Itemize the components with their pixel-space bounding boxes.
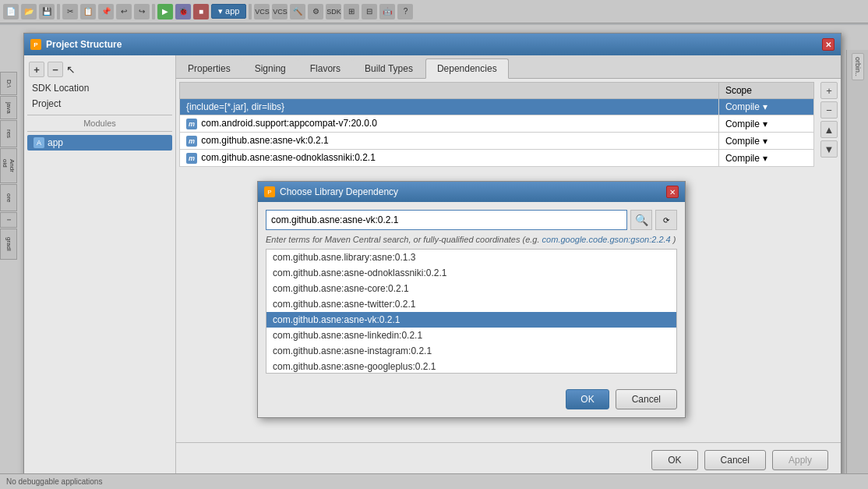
list-item-4[interactable]: com.github.asne:asne-vk:0.2.1 [266, 312, 676, 328]
lib-search-hint: Enter terms for Maven Central search, or… [266, 235, 677, 244]
table-row[interactable]: m com.android.support:appcompat-v7:20.0.… [180, 115, 814, 133]
cancel-button[interactable]: Cancel [704, 450, 766, 470]
side-label-android[interactable]: Android [0, 148, 17, 183]
add-dep-button[interactable]: + [820, 82, 838, 99]
separator2 [152, 4, 155, 19]
titlebar-left: P Project Structure [30, 39, 122, 50]
dep-scope-cell-3: Compile ▾ [718, 150, 813, 167]
toolbar-icon-paste[interactable]: 📌 [98, 4, 114, 19]
app-selector[interactable]: ▾ app [211, 4, 246, 19]
side-labels-container: D:\ java res Android ore l gradl [0, 72, 17, 260]
sdk-label: SDK Location [32, 83, 89, 94]
side-label-0[interactable]: D:\ [0, 72, 17, 95]
close-button[interactable]: ✕ [822, 38, 834, 51]
lib-search-button[interactable]: 🔍 [630, 210, 652, 230]
apply-button[interactable]: Apply [772, 450, 828, 470]
ok-button[interactable]: OK [651, 450, 697, 470]
right-panel-tab[interactable]: orbin.. [852, 53, 864, 80]
dep-name-cell-2: m com.github.asne:asne-vk:0.2.1 [180, 133, 719, 150]
app-module-label: app [48, 137, 63, 148]
toolbar-icon-vcs1[interactable]: VCS [254, 4, 270, 19]
list-item-1[interactable]: com.github.asne:asne-odnoklassniki:0.2.1 [266, 265, 676, 281]
cursor-indicator: ↖ [66, 62, 76, 77]
remove-dep-button[interactable]: − [820, 101, 838, 119]
toolbar-icon-vcs2[interactable]: VCS [272, 4, 288, 19]
tab-dependencies[interactable]: Dependencies [425, 58, 509, 79]
list-item-7[interactable]: com.github.asne:asne-googleplus:0.2.1 [266, 359, 676, 374]
project-label: Project [32, 98, 61, 109]
toolbar-icon-undo[interactable]: ↩ [116, 4, 132, 19]
list-item-5[interactable]: com.github.asne:asne-linkedin:0.2.1 [266, 328, 676, 343]
toolbar-icon-open[interactable]: 📂 [21, 4, 37, 19]
scope-value-3: Compile [725, 153, 760, 164]
maven-icon-1: m [186, 119, 197, 129]
sidebar-item-project[interactable]: Project [27, 96, 172, 112]
lib-results-list[interactable]: com.github.asne.library:asne:0.1.3 com.g… [266, 249, 677, 374]
toolbar-icon-cut[interactable]: ✂ [62, 4, 78, 19]
lib-search-input[interactable] [266, 210, 627, 230]
scope-dropdown-icon-1[interactable]: ▾ [763, 119, 767, 129]
list-item-3[interactable]: com.github.asne:asne-twitter:0.2.1 [266, 296, 676, 312]
table-row[interactable]: m com.github.asne:asne-odnoklassniki:0.2… [180, 150, 814, 167]
lib-spinner-button[interactable]: ⟳ [655, 210, 677, 230]
toolbar-icon-stop[interactable]: ■ [193, 4, 209, 19]
scope-dropdown-icon-3[interactable]: ▾ [763, 153, 767, 164]
toolbar-icon-grid[interactable]: ⊞ [344, 4, 359, 19]
scope-cell-2: Compile ▾ [725, 136, 807, 147]
toolbar-icon-redo[interactable]: ↪ [134, 4, 150, 19]
toolbar-icon-save[interactable]: 💾 [39, 4, 55, 19]
separator3 [249, 4, 252, 19]
hint-main: Enter terms for Maven Central search, or… [266, 235, 540, 244]
toolbar-icon-run[interactable]: ▶ [157, 4, 173, 19]
sidebar-item-sdk[interactable]: SDK Location [27, 80, 172, 96]
scope-dropdown-icon-0[interactable]: ▾ [763, 101, 767, 112]
side-label-gradle[interactable]: gradl [0, 229, 17, 260]
toolbar-icon-settings[interactable]: ⚙ [308, 4, 323, 19]
toolbar-icon-copy[interactable]: 📋 [80, 4, 96, 19]
list-item-6[interactable]: com.github.asne:asne-instagram:0.2.1 [266, 343, 676, 359]
list-item-0[interactable]: com.github.asne.library:asne:0.1.3 [266, 250, 676, 265]
ide-toolbar: 📄 📂 💾 ✂ 📋 📌 ↩ ↪ ▶ 🐞 ■ ▾ app VCS VCS 🔨 ⚙ … [0, 0, 868, 23]
tab-flavors[interactable]: Flavors [298, 58, 352, 78]
tab-build-types[interactable]: Build Types [353, 58, 425, 78]
maven-icon-3: m [186, 153, 197, 164]
toolbar-icon-android[interactable]: 🤖 [379, 4, 395, 19]
remove-module-button[interactable]: − [48, 62, 63, 77]
lib-title-icon: P [264, 186, 275, 197]
table-row[interactable]: {include=[*.jar], dir=libs} Compile ▾ [180, 99, 814, 115]
scope-value-2: Compile [725, 136, 760, 147]
hint-suffix: ) [673, 235, 676, 244]
toolbar-icon-debug[interactable]: 🐞 [175, 4, 191, 19]
toolbar-icon-layout[interactable]: ⊟ [362, 4, 377, 19]
side-label-res[interactable]: res [0, 120, 17, 147]
tab-signing[interactable]: Signing [243, 58, 298, 78]
side-label-l[interactable]: l [0, 212, 17, 228]
tab-properties[interactable]: Properties [176, 58, 242, 78]
lib-ok-button[interactable]: OK [566, 389, 609, 409]
lib-dialog-title: Choose Library Dependency [280, 186, 398, 197]
table-row[interactable]: m com.github.asne:asne-vk:0.2.1 Compile … [180, 133, 814, 150]
lib-dialog-titlebar: P Choose Library Dependency ✕ [258, 182, 685, 202]
hint-example: com.google.code.gson:gson:2.2.4 [542, 235, 671, 244]
lib-dialog-close-button[interactable]: ✕ [666, 186, 679, 198]
lib-cancel-button[interactable]: Cancel [616, 389, 677, 409]
move-down-button[interactable]: ▼ [820, 140, 838, 158]
lib-dialog-body: 🔍 ⟳ Enter terms for Maven Central search… [258, 202, 685, 381]
move-up-button[interactable]: ▲ [820, 121, 838, 138]
sidebar-item-app[interactable]: A app [27, 135, 172, 151]
choose-library-dialog: P Choose Library Dependency ✕ 🔍 ⟳ Enter … [257, 181, 686, 418]
dep-scope-cell-1: Compile ▾ [718, 115, 813, 133]
toolbar-icon-build[interactable]: 🔨 [290, 4, 305, 19]
toolbar-icon-sdk[interactable]: SDK [326, 4, 341, 19]
toolbar-icon-help[interactable]: ? [397, 4, 413, 19]
side-label-1[interactable]: java [0, 96, 17, 119]
scope-cell-3: Compile ▾ [725, 153, 807, 164]
separator [57, 4, 60, 19]
maven-icon-2: m [186, 136, 197, 147]
dep-name-cell-3: m com.github.asne:asne-odnoklassniki:0.2… [180, 150, 719, 167]
add-module-button[interactable]: + [29, 62, 44, 77]
toolbar-icon-new[interactable]: 📄 [3, 4, 19, 19]
list-item-2[interactable]: com.github.asne:asne-core:0.2.1 [266, 281, 676, 296]
scope-dropdown-icon-2[interactable]: ▾ [763, 136, 767, 147]
side-label-ore[interactable]: ore [0, 184, 17, 211]
